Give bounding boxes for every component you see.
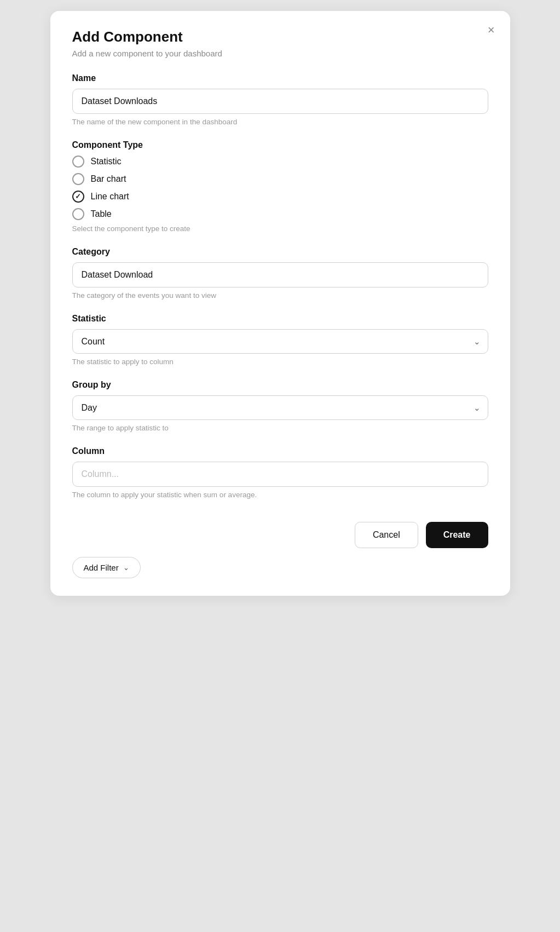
statistic-hint: The statistic to apply to column [72, 358, 488, 366]
name-hint: The name of the new component in the das… [72, 118, 488, 126]
radio-circle-statistic [72, 156, 84, 168]
name-field-group: Name The name of the new component in th… [72, 73, 488, 126]
statistic-label: Statistic [72, 314, 488, 324]
column-label: Column [72, 446, 488, 456]
statistic-field-group: Statistic Count Sum Average ⌄ The statis… [72, 314, 488, 366]
add-filter-section: Add Filter ⌄ [72, 548, 488, 578]
radio-circle-table [72, 208, 84, 220]
group-by-select[interactable]: Day Week Month Year [72, 395, 488, 420]
group-by-select-wrapper: Day Week Month Year ⌄ [72, 395, 488, 420]
footer: Cancel Create [72, 513, 488, 548]
component-type-group: Component Type Statistic Bar chart Line … [72, 140, 488, 233]
component-type-options: Statistic Bar chart Line chart Table [72, 156, 488, 220]
radio-circle-bar-chart [72, 173, 84, 185]
modal-title: Add Component [72, 28, 488, 45]
radio-option-statistic[interactable]: Statistic [72, 156, 488, 168]
add-filter-button[interactable]: Add Filter ⌄ [72, 557, 141, 578]
column-hint: The column to apply your statistic when … [72, 491, 488, 499]
column-input[interactable] [72, 462, 488, 487]
modal-subtitle: Add a new component to your dashboard [72, 49, 488, 58]
group-by-field-group: Group by Day Week Month Year ⌄ The range… [72, 380, 488, 432]
group-by-label: Group by [72, 380, 488, 390]
radio-label-table: Table [91, 209, 112, 219]
component-type-label: Component Type [72, 140, 488, 150]
add-filter-chevron-icon: ⌄ [123, 563, 129, 572]
close-button[interactable]: × [488, 24, 495, 36]
category-label: Category [72, 247, 488, 257]
component-type-hint: Select the component type to create [72, 225, 488, 233]
category-hint: The category of the events you want to v… [72, 291, 488, 300]
radio-circle-line-chart [72, 191, 84, 203]
name-label: Name [72, 73, 488, 83]
radio-label-bar-chart: Bar chart [91, 174, 126, 184]
statistic-select-wrapper: Count Sum Average ⌄ [72, 329, 488, 354]
column-field-group: Column The column to apply your statisti… [72, 446, 488, 499]
group-by-hint: The range to apply statistic to [72, 424, 488, 432]
radio-label-statistic: Statistic [91, 157, 122, 166]
close-icon: × [488, 23, 495, 37]
radio-option-table[interactable]: Table [72, 208, 488, 220]
cancel-button[interactable]: Cancel [355, 522, 418, 548]
create-button[interactable]: Create [426, 522, 488, 548]
name-input[interactable] [72, 89, 488, 114]
statistic-select[interactable]: Count Sum Average [72, 329, 488, 354]
category-input[interactable] [72, 262, 488, 287]
category-field-group: Category The category of the events you … [72, 247, 488, 300]
add-filter-label: Add Filter [84, 563, 119, 572]
modal: × Add Component Add a new component to y… [50, 11, 510, 596]
radio-option-bar-chart[interactable]: Bar chart [72, 173, 488, 185]
radio-option-line-chart[interactable]: Line chart [72, 191, 488, 203]
radio-label-line-chart: Line chart [91, 192, 129, 202]
